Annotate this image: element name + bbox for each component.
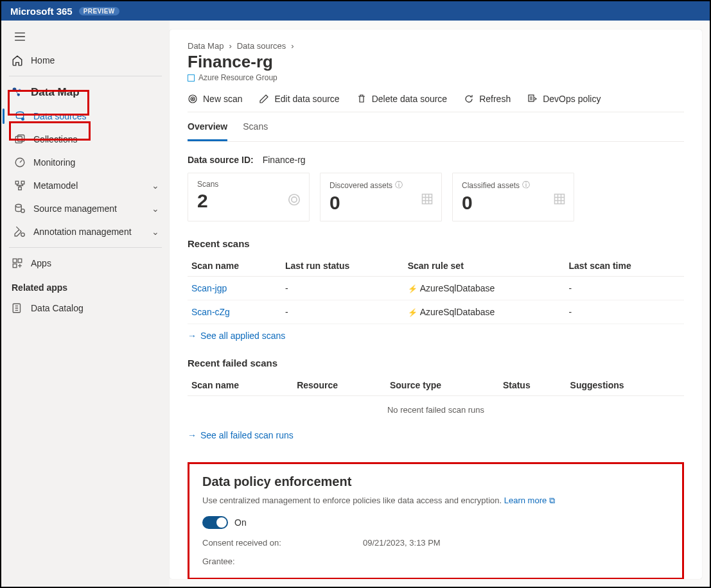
svg-point-23 (292, 197, 297, 202)
tab-scans[interactable]: Scans (243, 114, 268, 141)
breadcrumb-data-sources[interactable]: Data sources (237, 41, 286, 51)
scans-card[interactable]: Scans 2 (188, 173, 310, 221)
table-row[interactable]: Scan-cZg - ⚡AzureSqlDatabase - (188, 300, 684, 324)
col-last-run-status: Last run status (281, 255, 404, 277)
data-policy-enforcement-panel: Data policy enforcement Use centralized … (188, 462, 684, 579)
svg-point-11 (15, 204, 21, 207)
grantee-label: Grantee: (202, 557, 363, 566)
divider (9, 247, 162, 248)
learn-more-link[interactable]: Learn more ⧉ (504, 496, 555, 505)
toggle-state-label: On (234, 517, 247, 528)
top-bar: Microsoft 365 PREVIEW (1, 1, 710, 21)
svg-rect-10 (19, 187, 22, 190)
metamodel-icon (14, 180, 26, 191)
see-all-failed-scans-link[interactable]: → See all failed scan runs (188, 430, 684, 440)
sidebar-item-collections[interactable]: Collections (6, 128, 164, 151)
discovered-assets-card[interactable]: Discovered assets ⓘ 0 (320, 173, 442, 221)
info-icon[interactable]: ⓘ (395, 180, 403, 191)
scan-link[interactable]: Scan-cZg (191, 307, 230, 317)
hamburger-icon[interactable] (10, 27, 30, 46)
sidebar-item-label: Monitoring (33, 157, 75, 168)
classified-assets-card[interactable]: Classified assets ⓘ 0 (452, 173, 574, 221)
chevron-down-icon: ⌄ (152, 203, 159, 214)
svg-point-4 (21, 117, 24, 121)
external-link-icon: ⧉ (549, 496, 555, 505)
policy-title: Data policy enforcement (202, 474, 669, 489)
svg-rect-14 (13, 259, 17, 263)
edit-data-source-button[interactable]: Edit data source (259, 94, 339, 104)
data-catalog-icon (12, 302, 23, 314)
sidebar-item-label: Metamodel (33, 180, 78, 191)
devops-policy-button[interactable]: DevOps policy (527, 94, 601, 104)
command-bar: New scan Edit data source Delete data so… (188, 82, 684, 112)
refresh-button[interactable]: Refresh (464, 94, 511, 104)
card-value: 0 (329, 192, 432, 214)
see-all-applied-scans-link[interactable]: → See all applied scans (188, 331, 684, 341)
table-row[interactable]: Scan-jgp - ⚡AzureSqlDatabase - (188, 277, 684, 300)
home-icon (12, 55, 23, 66)
lightning-icon: ⚡ (408, 284, 417, 293)
scan-link[interactable]: Scan-jgp (191, 283, 227, 293)
sidebar-item-home[interactable]: Home (6, 49, 164, 72)
card-label: Discovered assets (329, 181, 392, 190)
policy-description: Use centralized management to enforce po… (202, 496, 502, 505)
svg-rect-24 (423, 195, 432, 204)
sidebar-item-data-map[interactable]: Data Map (6, 80, 164, 105)
grid-icon (553, 193, 566, 207)
policy-enforcement-toggle[interactable] (202, 516, 228, 529)
sidebar-item-monitoring[interactable]: Monitoring (6, 151, 164, 174)
col-scan-name: Scan name (188, 375, 293, 396)
consent-received-value: 09/21/2023, 3:13 PM (363, 538, 441, 548)
svg-point-3 (16, 112, 23, 115)
data-source-id-value: Finance-rg (263, 155, 306, 165)
data-map-icon (12, 87, 23, 98)
tab-overview[interactable]: Overview (188, 114, 227, 141)
col-scan-rule-set: Scan rule set (404, 255, 565, 277)
card-label: Scans (197, 180, 300, 189)
card-label: Classified assets (462, 181, 520, 190)
chevron-right-icon: › (229, 41, 231, 51)
info-icon[interactable]: ⓘ (522, 180, 530, 191)
svg-rect-5 (15, 137, 22, 143)
tabs: Overview Scans (188, 114, 684, 142)
col-scan-name: Scan name (188, 255, 281, 277)
sidebar-item-label: Home (31, 55, 55, 65)
sidebar-item-data-sources[interactable]: Data sources (6, 105, 164, 128)
breadcrumb-data-map[interactable]: Data Map (188, 41, 224, 51)
related-apps-heading: Related apps (6, 275, 164, 297)
chevron-right-icon: › (291, 41, 294, 51)
breadcrumb: Data Map › Data sources › (188, 41, 684, 51)
consent-received-label: Consent received on: (202, 538, 363, 548)
grid-icon (421, 193, 434, 207)
sidebar-item-apps[interactable]: Apps (6, 252, 164, 275)
lightning-icon: ⚡ (408, 308, 417, 317)
devops-policy-icon (527, 94, 538, 104)
sidebar-item-label: Source management (33, 203, 117, 214)
svg-point-1 (19, 89, 21, 91)
sidebar-item-source-management[interactable]: Source management ⌄ (6, 197, 164, 220)
data-source-id-label: Data source ID: (188, 155, 254, 165)
trash-icon (356, 94, 367, 104)
svg-point-20 (192, 98, 193, 99)
delete-data-source-button[interactable]: Delete data source (356, 94, 448, 104)
source-management-icon (14, 203, 26, 214)
sidebar-item-metamodel[interactable]: Metamodel ⌄ (6, 174, 164, 197)
new-scan-button[interactable]: New scan (188, 94, 242, 104)
card-value: 0 (462, 192, 565, 214)
chevron-down-icon: ⌄ (152, 180, 159, 191)
pencil-icon (259, 94, 269, 104)
sidebar-item-annotation-management[interactable]: Annotation management ⌄ (6, 220, 164, 243)
sidebar-item-data-catalog[interactable]: Data Catalog (6, 297, 164, 320)
svg-rect-8 (15, 181, 19, 184)
svg-point-22 (289, 195, 300, 205)
recent-scans-table: Scan name Last run status Scan rule set … (188, 255, 684, 324)
resource-type-label: Azure Resource Group (188, 73, 684, 82)
apps-icon (12, 257, 23, 269)
col-last-scan-time: Last scan time (565, 255, 684, 277)
card-value: 2 (197, 190, 300, 212)
brand-label: Microsoft 365 (10, 6, 73, 17)
sidebar-item-label: Data Map (31, 86, 80, 99)
data-source-id-row: Data source ID: Finance-rg (188, 155, 684, 165)
target-icon (188, 94, 198, 104)
col-source-type: Source type (386, 375, 499, 396)
